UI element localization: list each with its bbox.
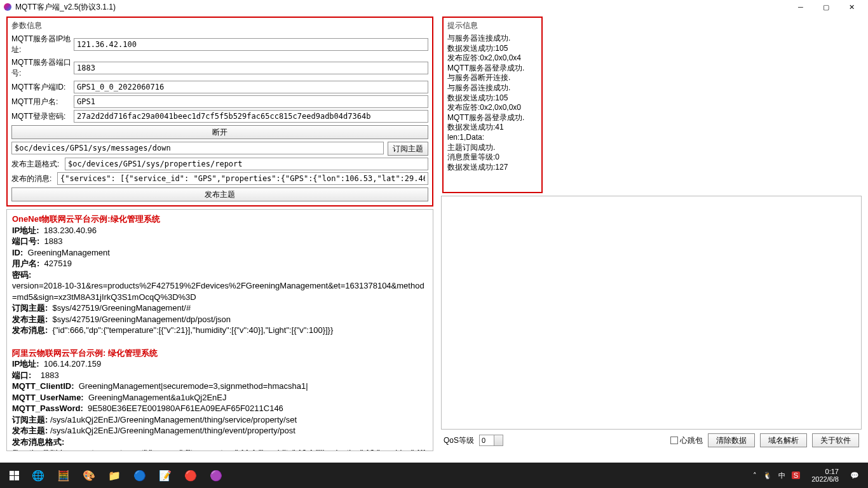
ip-label: MQTT服务器IP地址:: [11, 34, 74, 55]
hints-panel: 提示信息 与服务器连接成功.数据发送成功:105发布应答:0x2,0x0,0x4…: [442, 17, 543, 193]
hint-line: 数据发送成功:41: [447, 123, 538, 133]
publish-topic-input[interactable]: [65, 158, 428, 170]
start-button[interactable]: [3, 463, 25, 488]
hints-title: 提示信息: [447, 20, 538, 31]
qos-spinner[interactable]: 0: [479, 435, 503, 446]
subscribe-button[interactable]: 订阅主题: [388, 142, 428, 156]
hint-line: 消息质量等级:0: [447, 152, 538, 163]
close-button[interactable]: ✕: [839, 0, 864, 14]
dns-button[interactable]: 域名解析: [760, 433, 807, 447]
publish-msg-input[interactable]: [57, 172, 428, 185]
hint-line: 主题订阅成功.: [447, 143, 538, 153]
window-titlebar: MQTT客户端_v2.5(协议3.1.1) ─ ▢ ✕: [0, 0, 868, 14]
port-label: MQTT服务器端口号:: [11, 57, 74, 79]
tray-chevron-icon[interactable]: ˄: [753, 471, 757, 480]
taskbar-edge-icon[interactable]: 🌐: [25, 463, 51, 488]
minimize-button[interactable]: ─: [788, 0, 813, 14]
username-input[interactable]: [74, 95, 428, 108]
client-id-label: MQTT客户端ID:: [11, 82, 74, 93]
tray-clock[interactable]: 0:17 2022/6/8: [806, 468, 844, 483]
app-icon: [4, 3, 11, 11]
hint-line: 发布应答:0x2,0x0,0x0: [447, 103, 538, 113]
publish-button[interactable]: 发布主题: [11, 187, 428, 201]
taskbar[interactable]: 🌐 🧮 🎨 📁 🔵 📝 🔴 🟣 ˄ 🐧 中 S 0:17 2022/6/8 💬: [0, 463, 868, 488]
taskbar-calc-icon[interactable]: 🧮: [51, 463, 76, 488]
footer-controls: QoS等级 0 心跳包 清除数据 域名解析 关于软件: [441, 430, 862, 451]
params-panel: 参数信息 MQTT服务器IP地址: MQTT服务器端口号: MQTT客户端ID:…: [6, 17, 433, 207]
examples-panel: OneNet物联网云平台示例:绿化管理系统 IP地址: 183.230.40.9…: [6, 209, 433, 451]
tray-qq-icon[interactable]: 🐧: [763, 471, 772, 480]
taskbar-notepad-icon[interactable]: 📝: [153, 463, 178, 488]
hint-line: MQTT服务器登录成功.: [447, 64, 538, 74]
aliyun-header: 阿里云物联网云平台示例: 绿化管理系统: [12, 348, 428, 359]
client-id-input[interactable]: [74, 81, 428, 93]
ip-input[interactable]: [74, 38, 428, 51]
system-tray[interactable]: ˄ 🐧 中 S 0:17 2022/6/8 💬: [747, 468, 865, 483]
password-input[interactable]: [74, 110, 428, 123]
hint-line: 发布应答:0x2,0x0,0x4: [447, 53, 538, 64]
taskbar-explorer-icon[interactable]: 📁: [102, 463, 127, 488]
publish-topic-label: 发布主题格式:: [11, 159, 65, 170]
onenet-header: OneNet物联网云平台示例:绿化管理系统: [12, 214, 428, 225]
disconnect-button[interactable]: 断开: [11, 125, 428, 139]
publish-msg-label: 发布的消息:: [11, 173, 57, 184]
taskbar-app-icon[interactable]: 🔴: [178, 463, 203, 488]
hint-line: 数据发送成功:105: [447, 93, 538, 104]
subscribe-topic-input[interactable]: [11, 142, 384, 154]
hint-line: 与服务器连接成功.: [447, 83, 538, 93]
message-output: [441, 196, 862, 430]
taskbar-paint-icon[interactable]: 🎨: [76, 463, 102, 488]
hint-line: MQTT服务器登录成功.: [447, 113, 538, 123]
tray-notifications-icon[interactable]: 💬: [850, 471, 859, 480]
params-title: 参数信息: [11, 20, 428, 31]
password-label: MQTT登录密码:: [11, 111, 74, 122]
tray-ime[interactable]: S: [792, 471, 800, 479]
hint-line: 数据发送成功:105: [447, 44, 538, 54]
hint-line: 数据发送成功:127: [447, 163, 538, 173]
window-title: MQTT客户端_v2.5(协议3.1.1): [15, 2, 116, 13]
hints-list: 与服务器连接成功.数据发送成功:105发布应答:0x2,0x0,0x4MQTT服…: [447, 34, 538, 172]
hint-line: 与服务器连接成功.: [447, 34, 538, 44]
heartbeat-checkbox[interactable]: 心跳包: [670, 435, 703, 446]
clear-button[interactable]: 清除数据: [708, 433, 755, 447]
hint-line: 与服务器断开连接.: [447, 73, 538, 83]
hint-line: len:1,Data:: [447, 133, 538, 143]
qos-label: QoS等级: [444, 435, 474, 446]
port-input[interactable]: [74, 62, 428, 74]
taskbar-chrome-icon[interactable]: 🔵: [127, 463, 153, 488]
tray-lang[interactable]: 中: [778, 471, 785, 480]
taskbar-app2-icon[interactable]: 🟣: [203, 463, 229, 488]
maximize-button[interactable]: ▢: [813, 0, 839, 14]
about-button[interactable]: 关于软件: [812, 433, 859, 447]
username-label: MQTT用户名:: [11, 97, 74, 107]
